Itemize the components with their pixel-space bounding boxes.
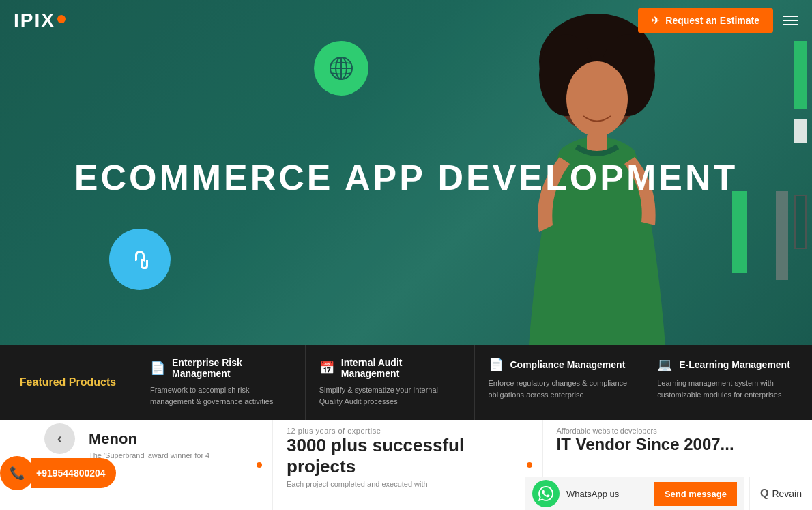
hamburger-menu-button[interactable] — [783, 16, 798, 25]
product-icon-0: 📄 — [150, 360, 165, 376]
whatsapp-bar: WhatsApp us Send message — [525, 477, 744, 510]
phone-icon: 📞 — [10, 466, 25, 481]
svg-point-8 — [566, 61, 628, 137]
product-desc-1: Simplify & systematize your Internal Qua… — [319, 384, 461, 407]
product-title-1: Internal Audit Management — [341, 357, 461, 379]
product-icon-3: 💻 — [657, 357, 672, 372]
stat-person-name: Menon — [89, 430, 259, 448]
whatsapp-icon — [538, 486, 553, 501]
stats-bar: ‹ 📞 +919544800204 Menon The 'Superbrand'… — [0, 420, 812, 510]
logo-text: IPIX — [14, 10, 55, 31]
product-header-2: 📄 Compliance Management — [489, 357, 630, 372]
stat-projects: 12 plus years of expertise 3000 plus suc… — [273, 420, 543, 510]
phone-button-area[interactable]: 📞 +919544800204 — [0, 456, 116, 490]
product-icon-2: 📄 — [489, 357, 504, 372]
back-arrow-icon: ‹ — [57, 430, 62, 448]
revain-label: Revain — [772, 488, 802, 499]
stat-vendor-label: Affordable website developers — [557, 427, 799, 435]
estimate-button[interactable]: ✈ Request an Estimate — [638, 8, 773, 33]
revain-area: Q Revain — [749, 477, 812, 510]
revain-q-icon: Q — [760, 487, 768, 500]
stat-projects-number: 3000 plus successful projects — [287, 435, 529, 477]
touch-circle — [109, 229, 171, 290]
product-item-2[interactable]: 📄 Compliance Management Enforce regulato… — [475, 345, 644, 420]
product-header-1: 📅 Internal Audit Management — [319, 357, 461, 379]
product-header-0: 📄 Enterprise Risk Management — [150, 357, 291, 379]
stat-projects-label: 12 plus years of expertise — [287, 427, 529, 435]
header-right: ✈ Request an Estimate — [638, 8, 798, 33]
products-bar: Featured Products 📄 Enterprise Risk Mana… — [0, 345, 812, 420]
phone-number[interactable]: +919544800204 — [31, 458, 116, 488]
paper-plane-icon: ✈ — [652, 15, 660, 26]
product-desc-2: Enforce regulatory changes & compliance … — [489, 378, 630, 400]
logo-dot — [57, 15, 66, 23]
stat-bullet-2 — [527, 462, 532, 468]
product-desc-0: Framework to accomplish risk management … — [150, 384, 291, 407]
product-item-0[interactable]: 📄 Enterprise Risk Management Framework t… — [136, 345, 306, 420]
product-title-2: Compliance Management — [510, 359, 626, 370]
globe-circle — [314, 41, 368, 96]
hero-section: IPIX ✈ Request an Estimate — [0, 0, 812, 345]
stat-bullet-1 — [257, 462, 262, 468]
stat-vendor-number: IT Vendor Since 2007... — [557, 435, 799, 455]
featured-label-text: Featured Products — [20, 375, 116, 390]
phone-circle-btn[interactable]: 📞 — [0, 456, 34, 490]
product-header-3: 💻 E-Learning Management — [657, 357, 798, 372]
product-item-1[interactable]: 📅 Internal Audit Management Simplify & s… — [306, 345, 475, 420]
estimate-button-label: Request an Estimate — [665, 15, 759, 26]
hero-title: ECOMMERCE APP DEVELOPMENT — [0, 157, 812, 198]
back-button[interactable]: ‹ — [44, 423, 75, 454]
whatsapp-icon-circle — [532, 480, 560, 507]
touch-icon — [126, 245, 154, 274]
featured-label: Featured Products — [0, 345, 136, 420]
product-desc-3: Learning management system with customiz… — [657, 378, 798, 400]
header: IPIX ✈ Request an Estimate — [0, 0, 812, 41]
logo[interactable]: IPIX — [14, 10, 66, 31]
product-icon-1: 📅 — [319, 360, 334, 376]
product-item-3[interactable]: 💻 E-Learning Management Learning managem… — [643, 345, 812, 420]
whatsapp-text: WhatsApp us — [566, 489, 619, 499]
product-title-0: Enterprise Risk Management — [172, 357, 291, 379]
stat-projects-desc: Each project completed and executed with — [287, 480, 529, 488]
product-title-3: E-Learning Management — [679, 359, 790, 370]
globe-icon — [328, 55, 355, 82]
send-message-button[interactable]: Send message — [654, 482, 737, 506]
